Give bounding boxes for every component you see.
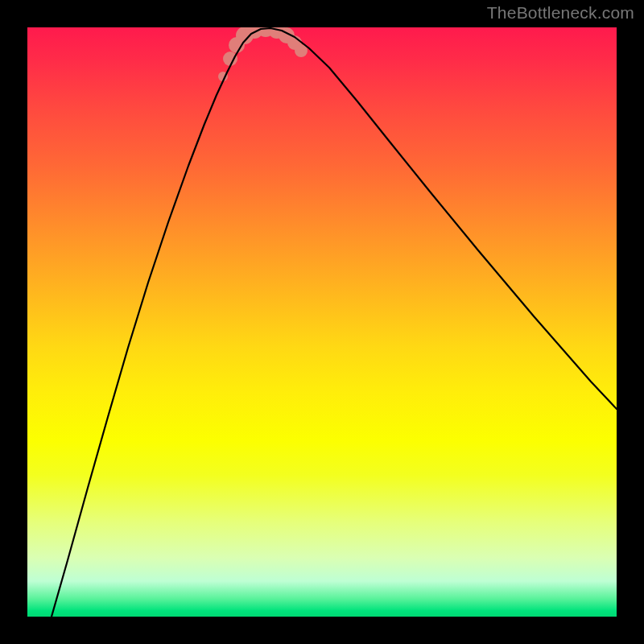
highlight-markers — [218, 27, 308, 81]
plot-area — [27, 27, 617, 617]
bottleneck-curve-svg — [27, 27, 617, 617]
bottleneck-curve — [52, 28, 617, 617]
watermark-text: TheBottleneck.com — [487, 3, 634, 23]
highlight-marker — [223, 52, 237, 66]
chart-frame: TheBottleneck.com — [0, 0, 644, 644]
